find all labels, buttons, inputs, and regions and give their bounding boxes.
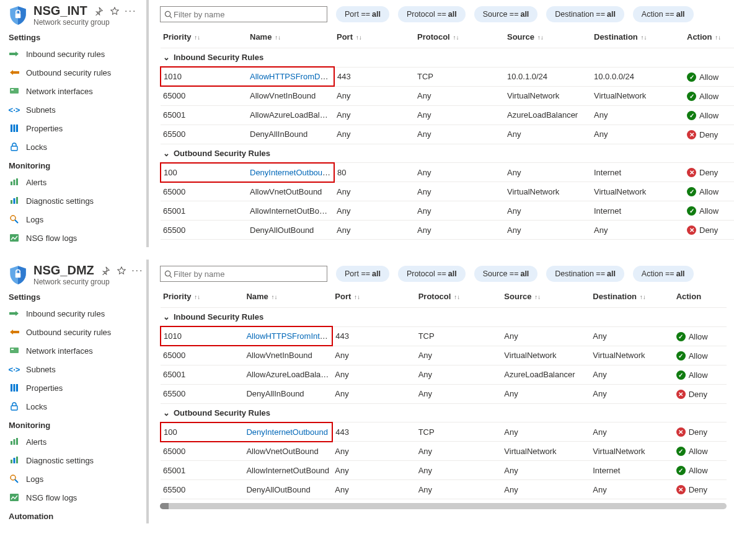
rule-name-link[interactable]: DenyInternetOutbound bbox=[250, 168, 332, 177]
col-source[interactable]: Source ↑↓ bbox=[505, 28, 591, 48]
table-row[interactable]: 65500 DenyAllInBound Any Any Any Any ✕De… bbox=[161, 384, 727, 403]
rule-name-link[interactable]: AllowHTTPSFromInter… bbox=[246, 331, 332, 341]
table-row[interactable]: 65000 AllowVnetOutBound Any Any VirtualN… bbox=[161, 182, 734, 201]
col-protocol[interactable]: Protocol ↑↓ bbox=[416, 288, 502, 308]
col-priority[interactable]: Priority ↑↓ bbox=[161, 28, 247, 48]
filter-protocol[interactable]: Protocol == all bbox=[398, 266, 466, 282]
sidebar-item-properties[interactable]: Properties bbox=[5, 378, 144, 397]
sidebar-item-properties[interactable]: Properties bbox=[5, 119, 144, 138]
sidebar-item-flowlogs[interactable]: NSG flow logs bbox=[5, 488, 144, 507]
table-row[interactable]: 65500 DenyAllOutBound Any Any Any Any ✕D… bbox=[161, 221, 734, 240]
filter-action[interactable]: Action == all bbox=[633, 266, 694, 282]
rule-group-header[interactable]: ⌄Inbound Security Rules bbox=[161, 308, 727, 327]
filter-source[interactable]: Source == all bbox=[474, 266, 538, 282]
col-port[interactable]: Port ↑↓ bbox=[334, 28, 415, 48]
filter-protocol[interactable]: Protocol == all bbox=[398, 6, 466, 22]
col-protocol[interactable]: Protocol ↑↓ bbox=[415, 28, 505, 48]
star-icon[interactable] bbox=[117, 266, 126, 276]
cell-priority: 65000 bbox=[161, 442, 244, 461]
rule-group-header[interactable]: ⌄Inbound Security Rules bbox=[161, 48, 734, 68]
sidebar-item-inbound[interactable]: Inbound security rules bbox=[5, 304, 144, 323]
cell-action: ✓Allow bbox=[674, 346, 727, 365]
table-row[interactable]: 65000 AllowVnetOutBound Any Any VirtualN… bbox=[161, 442, 727, 461]
rule-name-link[interactable]: DenyInternetOutbound bbox=[246, 427, 328, 437]
filter-source[interactable]: Source == all bbox=[474, 6, 538, 22]
col-source[interactable]: Source ↑↓ bbox=[502, 288, 590, 308]
cell-destination: Internet bbox=[591, 201, 684, 221]
filter-destination[interactable]: Destination == all bbox=[546, 266, 624, 282]
sidebar-item-diag[interactable]: Diagnostic settings bbox=[5, 191, 144, 210]
sidebar-item-inbound[interactable]: Inbound security rules bbox=[5, 45, 144, 63]
sidebar-item-diag[interactable]: Diagnostic settings bbox=[5, 451, 144, 470]
sidebar-item-logs[interactable]: Logs bbox=[5, 210, 144, 229]
sidebar-item-logs[interactable]: Logs bbox=[5, 470, 144, 488]
pin-icon[interactable] bbox=[100, 266, 110, 276]
cell-priority: 65001 bbox=[161, 365, 244, 384]
table-row[interactable]: 65000 AllowVnetInBound Any Any VirtualNe… bbox=[161, 346, 727, 365]
more-icon[interactable]: ··· bbox=[133, 266, 143, 276]
cell-source: VirtualNetwork bbox=[502, 442, 590, 461]
sidebar-item-subnets[interactable]: <·>Subnets bbox=[5, 100, 144, 119]
automation-heading: Automation bbox=[5, 507, 144, 523]
rule-name-link[interactable]: AllowHTTPSFromDMZ bbox=[250, 72, 332, 81]
cell-destination: Internet bbox=[591, 163, 684, 182]
nav-label: Inbound security rules bbox=[26, 50, 105, 59]
action-badge: ✕Deny bbox=[687, 130, 718, 139]
sidebar-item-flowlogs[interactable]: NSG flow logs bbox=[5, 229, 144, 247]
sidebar-item-locks[interactable]: Locks bbox=[5, 138, 144, 156]
search-input[interactable] bbox=[160, 6, 327, 22]
filter-port[interactable]: Port == all bbox=[336, 266, 389, 282]
rule-group-header[interactable]: ⌄Outbound Security Rules bbox=[161, 403, 727, 422]
sidebar-item-alerts[interactable]: Alerts bbox=[5, 173, 144, 191]
action-badge: ✓Allow bbox=[676, 370, 708, 380]
sidebar-item-outbound[interactable]: Outbound security rules bbox=[5, 63, 144, 82]
table-row[interactable]: 65000 AllowVnetInBound Any Any VirtualNe… bbox=[161, 86, 734, 105]
table-row[interactable]: 1010 AllowHTTPSFromDMZ 443 TCP 10.0.1.0/… bbox=[161, 67, 734, 86]
filter-action[interactable]: Action == all bbox=[633, 6, 694, 22]
col-destination[interactable]: Destination ↑↓ bbox=[591, 28, 684, 48]
action-badge: ✓Allow bbox=[687, 187, 719, 196]
rule-group-header[interactable]: ⌄Outbound Security Rules bbox=[161, 144, 734, 163]
cell-port: 443 bbox=[334, 67, 415, 86]
sidebar-item-nics[interactable]: Network interfaces bbox=[5, 82, 144, 100]
filter-destination[interactable]: Destination == all bbox=[546, 6, 624, 22]
search-field[interactable] bbox=[172, 9, 323, 20]
action-label: Deny bbox=[699, 168, 718, 177]
svg-line-39 bbox=[170, 275, 172, 277]
table-row[interactable]: 65001 AllowInternetOutBound Any Any Any … bbox=[161, 461, 727, 480]
search-field[interactable] bbox=[172, 269, 323, 279]
sidebar-item-outbound[interactable]: Outbound security rules bbox=[5, 323, 144, 341]
col-action[interactable]: Action ↑↓ bbox=[684, 28, 734, 48]
cell-port: 443 bbox=[332, 326, 415, 346]
sidebar-item-subnets[interactable]: <·>Subnets bbox=[5, 360, 144, 378]
table-row[interactable]: 100 DenyInternetOutbound 443 TCP Any Any… bbox=[161, 422, 727, 442]
table-row[interactable]: 65500 DenyAllInBound Any Any Any Any ✕De… bbox=[161, 125, 734, 144]
table-row[interactable]: 1010 AllowHTTPSFromInter… 443 TCP Any An… bbox=[161, 326, 727, 346]
sidebar-item-nics[interactable]: Network interfaces bbox=[5, 341, 144, 360]
col-action[interactable]: Action bbox=[674, 288, 727, 308]
table-row[interactable]: 65500 DenyAllOutBound Any Any Any Any ✕D… bbox=[161, 480, 727, 499]
sidebar-item-alerts[interactable]: Alerts bbox=[5, 432, 144, 451]
col-destination[interactable]: Destination ↑↓ bbox=[590, 288, 673, 308]
table-row[interactable]: 65001 AllowAzureLoadBalance… Any Any Azu… bbox=[161, 105, 734, 125]
table-row[interactable]: 100 DenyInternetOutbound 80 Any Any Inte… bbox=[161, 163, 734, 182]
search-icon bbox=[164, 11, 172, 19]
filter-bar: Port == all Protocol == all Source == al… bbox=[160, 6, 727, 22]
cell-name: AllowVnetOutBound bbox=[247, 182, 334, 201]
search-input[interactable] bbox=[160, 266, 327, 282]
star-icon[interactable] bbox=[110, 6, 120, 16]
settings-heading: Settings bbox=[5, 287, 144, 304]
table-row[interactable]: 65001 AllowAzureLoadBalan… Any Any Azure… bbox=[161, 365, 727, 384]
filter-port[interactable]: Port == all bbox=[336, 6, 389, 22]
horizontal-scrollbar[interactable] bbox=[160, 503, 727, 509]
col-priority[interactable]: Priority ↑↓ bbox=[161, 288, 244, 308]
pin-icon[interactable] bbox=[94, 6, 104, 16]
table-row[interactable]: 65001 AllowInternetOutBound Any Any Any … bbox=[161, 201, 734, 221]
cell-action: ✓Allow bbox=[684, 182, 734, 201]
col-name[interactable]: Name ↑↓ bbox=[247, 28, 334, 48]
sidebar-item-locks[interactable]: Locks bbox=[5, 397, 144, 416]
more-icon[interactable]: ··· bbox=[126, 6, 136, 16]
inbound-rules-icon bbox=[9, 308, 20, 319]
col-port[interactable]: Port ↑↓ bbox=[332, 288, 415, 308]
col-name[interactable]: Name ↑↓ bbox=[244, 288, 332, 308]
